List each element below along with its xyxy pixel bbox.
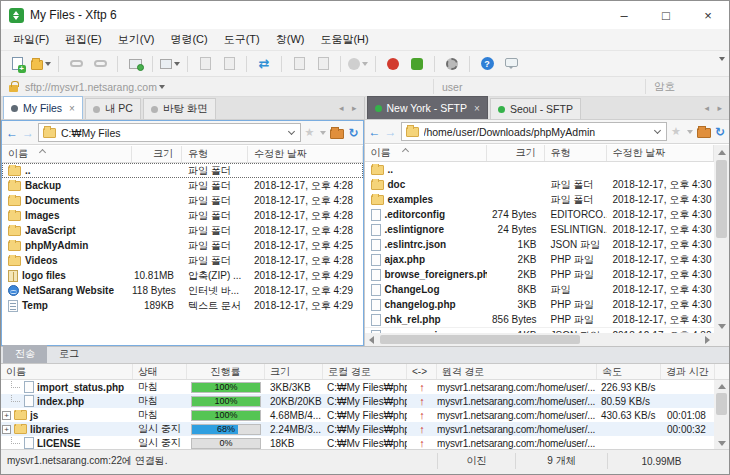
- feedback-icon[interactable]: [501, 54, 521, 74]
- column-date[interactable]: 수정한 날짜: [248, 146, 363, 162]
- column-status[interactable]: 상태: [133, 364, 187, 379]
- close-button[interactable]: ×: [687, 1, 729, 29]
- file-row[interactable]: chk_rel.php856 BytesPHP 파일2018-12-17, 오후…: [365, 312, 715, 327]
- menu-file[interactable]: 파일(F): [5, 29, 57, 50]
- transfer-row[interactable]: +libraries 일시 중지 68% 2.24MB/3... C:₩My F…: [1, 422, 714, 436]
- file-row[interactable]: .eslintrc.json1KBJSON 파일2018-12-17, 오후 4…: [365, 237, 715, 252]
- column-direction[interactable]: <->: [407, 364, 437, 379]
- file-row[interactable]: changelog.php3KBPHP 파일2018-12-17, 오후 4:3…: [365, 297, 715, 312]
- tab-close-icon[interactable]: ×: [474, 103, 480, 114]
- file-row[interactable]: ajax.php2KBPHP 파일2018-12-17, 오후 4:30: [365, 252, 715, 267]
- scroll-up-icon[interactable]: [714, 380, 729, 392]
- tab-transfer[interactable]: 전송: [3, 345, 47, 363]
- menu-help[interactable]: 도움말(H): [312, 29, 376, 50]
- xftp-icon[interactable]: [407, 54, 427, 74]
- file-row[interactable]: Images파일 폴더2018-12-17, 오후 4:28: [2, 208, 363, 223]
- column-remote-path[interactable]: 원격 경로: [437, 364, 597, 379]
- home-folder-icon[interactable]: [330, 129, 344, 139]
- new-file-icon[interactable]: +: [7, 54, 27, 74]
- tab-scroll-arrows[interactable]: ◂ ▸: [339, 103, 360, 113]
- column-speed[interactable]: 속도: [597, 364, 661, 379]
- forward-icon[interactable]: →: [385, 125, 397, 139]
- file-row[interactable]: browse_foreigners.php2KBPHP 파일2018-12-17…: [365, 267, 715, 282]
- back-icon[interactable]: ←: [369, 125, 381, 139]
- refresh-icon[interactable]: ↻: [348, 127, 358, 139]
- bookmark-dropdown-icon[interactable]: [687, 130, 693, 134]
- maximize-button[interactable]: □: [645, 1, 687, 29]
- path-dropdown-icon[interactable]: [654, 127, 661, 134]
- file-row[interactable]: Documents파일 폴더2018-12-17, 오후 4:28: [2, 193, 363, 208]
- xshell-icon[interactable]: [383, 54, 403, 74]
- column-size[interactable]: 크기: [132, 146, 182, 162]
- settings-gear-icon[interactable]: [442, 54, 462, 74]
- address-dropdown-icon[interactable]: [159, 85, 165, 89]
- scrollbar-thumb[interactable]: [380, 335, 580, 344]
- address-url[interactable]: sftp://mysvr1.netsarang.com: [25, 81, 157, 93]
- transfer-icon[interactable]: ⇄: [254, 54, 274, 74]
- file-row[interactable]: JavaScript파일 폴더2018-12-17, 오후 4:28: [2, 223, 363, 238]
- file-row[interactable]: Backup파일 폴더2018-12-17, 오후 4:28: [2, 178, 363, 193]
- column-type[interactable]: 유형: [545, 145, 607, 161]
- bookmark-icon[interactable]: ★: [305, 127, 315, 138]
- file-row[interactable]: examples파일 폴더2018-12-17, 오후 4:30: [365, 192, 715, 207]
- resize-grip[interactable]: [715, 450, 729, 472]
- local-path-combo[interactable]: C:₩My Files: [38, 123, 301, 142]
- tab-scroll-arrows[interactable]: ◂ ▸: [704, 103, 725, 113]
- column-local-path[interactable]: 로컬 경로: [323, 364, 407, 379]
- file-row[interactable]: ..: [365, 162, 715, 177]
- transfer-row[interactable]: index.php 마침 100% 20KB/20KB C:₩My Files₩…: [1, 394, 714, 408]
- file-row[interactable]: logo files10.81MB압축(ZIP) ...2018-12-17, …: [2, 268, 363, 283]
- transfer-row[interactable]: import_status.php 마침 100% 3KB/3KB C:₩My …: [1, 380, 714, 394]
- column-name[interactable]: 이름: [2, 146, 132, 162]
- bookmark-icon[interactable]: ★: [671, 126, 681, 137]
- file-row[interactable]: Videos파일 폴더2018-12-17, 오후 4:28: [2, 253, 363, 268]
- bookmark-dropdown-icon[interactable]: [320, 131, 326, 135]
- file-row[interactable]: Temp189KB텍스트 문서2018-12-17, 오후 4:29: [2, 298, 363, 313]
- column-name[interactable]: 이름: [365, 145, 487, 161]
- tab-close-icon[interactable]: ×: [69, 103, 75, 114]
- password-field[interactable]: 암호: [654, 78, 723, 95]
- scroll-up-icon[interactable]: [714, 145, 729, 159]
- remote-path-combo[interactable]: /home/user/Downloads/phpMyAdmin: [401, 122, 668, 141]
- toolbar-overflow-icon[interactable]: [719, 57, 725, 61]
- file-row[interactable]: .editorconfig274 BytesEDITORCO...2018-12…: [365, 207, 715, 222]
- menu-tools[interactable]: 도구(T): [216, 29, 268, 50]
- tab-new-york-sftp[interactable]: New York - SFTP ×: [367, 96, 488, 119]
- file-row[interactable]: NetSarang Website118 Bytes인터넷 바...2018-1…: [2, 283, 363, 298]
- file-row[interactable]: .eslintignore24 BytesESLINTIGN...2018-12…: [365, 222, 715, 237]
- properties-icon[interactable]: [125, 54, 145, 74]
- tab-my-pc[interactable]: 내 PC: [85, 98, 141, 119]
- column-progress[interactable]: 진행률: [187, 364, 265, 379]
- username-field[interactable]: user: [442, 78, 637, 95]
- scrollbar-thumb[interactable]: [716, 160, 727, 238]
- tab-desktop[interactable]: 바탕 화면: [143, 98, 216, 119]
- tab-my-files[interactable]: My Files ×: [3, 96, 83, 119]
- transfer-vertical-scrollbar[interactable]: [714, 380, 729, 449]
- column-size[interactable]: 크기: [265, 364, 323, 379]
- address-combo[interactable]: sftp://mysvr1.netsarang.com: [25, 78, 425, 95]
- window-layout-icon[interactable]: [160, 54, 180, 74]
- transfer-row[interactable]: +js 마침 100% 4.68MB/4... C:₩My Files₩php.…: [1, 408, 714, 422]
- scrollbar-thumb[interactable]: [716, 393, 727, 415]
- remote-horizontal-scrollbar[interactable]: [365, 333, 715, 346]
- expand-icon[interactable]: +: [2, 411, 11, 420]
- column-type[interactable]: 유형: [182, 146, 248, 162]
- help-icon[interactable]: ?: [477, 54, 497, 74]
- menu-command[interactable]: 명령(C): [162, 29, 215, 50]
- menu-view[interactable]: 보기(V): [110, 29, 163, 50]
- column-date[interactable]: 수정한 날짜: [607, 145, 715, 161]
- scroll-down-icon[interactable]: [714, 319, 729, 333]
- refresh-icon[interactable]: ↻: [715, 126, 725, 138]
- file-row[interactable]: phpMyAdmin파일 폴더2018-12-17, 오후 4:25: [2, 238, 363, 253]
- file-row[interactable]: doc파일 폴더2018-12-17, 오후 4:30: [365, 177, 715, 192]
- column-elapsed[interactable]: 경과 시간: [661, 364, 715, 379]
- transfer-row[interactable]: LICENSE 일시 중지 0% 18KB C:₩Mv Files₩php...…: [1, 436, 714, 449]
- tab-seoul-sftp[interactable]: Seoul - SFTP: [490, 98, 581, 119]
- expand-icon[interactable]: +: [2, 425, 11, 434]
- forward-icon[interactable]: →: [22, 126, 34, 140]
- remote-vertical-scrollbar[interactable]: [714, 145, 729, 333]
- path-dropdown-icon[interactable]: [288, 128, 295, 135]
- file-row[interactable]: ..파일 폴더: [2, 163, 363, 178]
- back-icon[interactable]: ←: [6, 126, 18, 140]
- tab-log[interactable]: 로그: [47, 345, 91, 363]
